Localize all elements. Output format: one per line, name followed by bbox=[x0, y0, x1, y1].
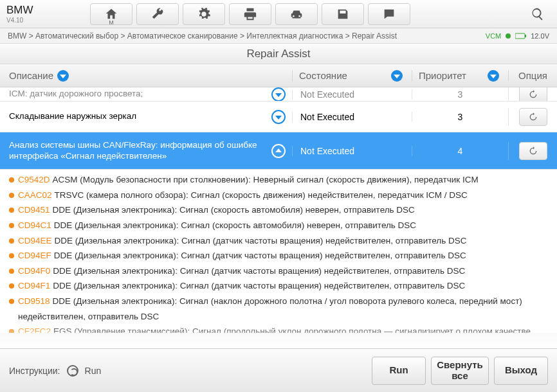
bullet-icon bbox=[9, 193, 14, 198]
save-button[interactable] bbox=[322, 3, 364, 25]
link-icon bbox=[505, 33, 511, 39]
dtc-text: DDE (Дизельная электроника): Сигнал (дат… bbox=[53, 266, 465, 276]
expand-icon[interactable] bbox=[271, 110, 286, 124]
svg-point-0 bbox=[506, 33, 511, 39]
row-priority: 3 bbox=[412, 89, 508, 100]
settings-button[interactable] bbox=[183, 3, 225, 25]
dtc-code: CD94EF bbox=[18, 251, 51, 260]
row-desc: ICM: датчик дорожного просвета; bbox=[9, 89, 271, 100]
detail-line: CAAC02TRSVC (камера полного обзора): Сиг… bbox=[9, 188, 548, 203]
detail-line: CD94EFDDE (Дизельная электроника): Сигна… bbox=[9, 248, 548, 263]
row-desc: Складывание наружных зеркал bbox=[9, 111, 271, 122]
bullet-icon bbox=[9, 177, 14, 183]
wrench-button[interactable] bbox=[136, 3, 179, 25]
detail-line: CD9451DDE (Дизельная электроника): Сигна… bbox=[9, 202, 548, 218]
table-row-selected[interactable]: Анализ системы шины CAN/FlexRay: информа… bbox=[0, 132, 557, 170]
header-option: Опция bbox=[518, 70, 547, 81]
top-toolbar: BMW V4.10 M bbox=[0, 0, 557, 28]
brand-block: BMW V4.10 bbox=[6, 4, 90, 24]
detail-line: CD94C1DDE (Дизельная электроника): Сигна… bbox=[9, 218, 548, 233]
bullet-icon bbox=[9, 223, 14, 228]
bullet-icon bbox=[9, 269, 14, 274]
chat-button[interactable] bbox=[368, 3, 410, 25]
bullet-icon bbox=[9, 283, 14, 289]
legend: Инструкции: Run bbox=[9, 365, 101, 377]
brand-version: V4.10 bbox=[6, 17, 90, 24]
header-state[interactable]: Состояние bbox=[299, 70, 347, 81]
svg-rect-2 bbox=[525, 35, 526, 37]
status-right: VCM 12.0V bbox=[486, 32, 549, 40]
dtc-code: CF2FC2 bbox=[18, 326, 51, 333]
dtc-code: CD94C1 bbox=[18, 220, 51, 230]
row-run-button[interactable] bbox=[519, 108, 547, 126]
detail-line: CD94F1DDE (Дизельная электроника): Сигна… bbox=[9, 278, 548, 294]
row-state: Not Executed bbox=[292, 112, 412, 122]
legend-run: Run bbox=[85, 366, 102, 376]
dtc-text: DDE (Дизельная электроника): Сигнал (дат… bbox=[55, 236, 467, 245]
sort-desc-icon[interactable] bbox=[57, 70, 69, 82]
dtc-text: DDE (Дизельная электроника): Сигнал (ско… bbox=[54, 220, 416, 230]
row-run-button[interactable] bbox=[519, 87, 547, 102]
header-desc[interactable]: Описание bbox=[9, 70, 53, 81]
detail-line: CD9518DDE (Дизельная электроника): Сигна… bbox=[9, 294, 548, 324]
dtc-code: CD9518 bbox=[18, 296, 50, 306]
dtc-text: DDE (Дизельная электроника): Сигнал (дат… bbox=[54, 251, 466, 260]
bottom-bar: Инструкции: Run Run Свернуть все Выход bbox=[0, 348, 557, 392]
row-state: Not Executed bbox=[292, 89, 412, 100]
bullet-icon bbox=[9, 238, 14, 244]
row-run-button[interactable] bbox=[519, 142, 547, 160]
dtc-code: CD94EE bbox=[18, 236, 52, 245]
print-button[interactable] bbox=[229, 3, 271, 25]
detail-line: CF2FC2EGS (Управление трансмиссией): Сиг… bbox=[9, 324, 548, 333]
home-button[interactable]: M bbox=[90, 3, 132, 25]
row-state: Not Executed bbox=[292, 146, 412, 156]
car-button[interactable] bbox=[275, 3, 318, 25]
breadcrumb-bar: BMW > Автоматический выбор > Автоматичес… bbox=[0, 28, 557, 44]
detail-line: C9542DACSM (Модуль безопасности при стол… bbox=[9, 172, 548, 188]
page-title: Repair Assist bbox=[0, 44, 557, 64]
detail-line: CD94EEDDE (Дизельная электроника): Сигна… bbox=[9, 233, 548, 249]
collapse-all-button[interactable]: Свернуть все bbox=[431, 357, 489, 385]
detail-line: CD94F0DDE (Дизельная электроника): Сигна… bbox=[9, 263, 548, 279]
dtc-text: ACSM (Модуль безопасности при столкновен… bbox=[53, 175, 479, 184]
dtc-text: DDE (Дизельная электроника): Сигнал (ско… bbox=[53, 205, 415, 215]
brand-title: BMW bbox=[6, 4, 90, 17]
dtc-text: EGS (Управление трансмиссией): Сигнал (п… bbox=[18, 326, 531, 333]
dtc-code: CAAC02 bbox=[18, 190, 52, 200]
run-button[interactable]: Run bbox=[372, 357, 426, 385]
header-priority[interactable]: Приоритет bbox=[419, 70, 466, 81]
dtc-text: DDE (Дизельная электроника): Сигнал (нак… bbox=[18, 296, 522, 321]
exit-button[interactable]: Выход bbox=[494, 357, 548, 385]
legend-label: Инструкции: bbox=[9, 366, 60, 376]
battery-icon bbox=[515, 33, 527, 39]
table-row[interactable]: Складывание наружных зеркал Not Executed… bbox=[0, 102, 557, 132]
dtc-code: CD94F0 bbox=[18, 266, 50, 276]
row-priority: 3 bbox=[412, 112, 508, 122]
bullet-icon bbox=[9, 208, 14, 213]
collapse-icon[interactable] bbox=[271, 144, 286, 158]
svg-rect-1 bbox=[515, 33, 525, 39]
sort-state-icon[interactable] bbox=[391, 70, 403, 82]
dtc-text: TRSVC (камера полного обзора): Сигнал (с… bbox=[55, 190, 468, 200]
voltage-label: 12.0V bbox=[531, 32, 549, 40]
bullet-icon bbox=[9, 299, 14, 304]
detail-panel: C9542DACSM (Модуль безопасности при стол… bbox=[0, 170, 557, 333]
search-button[interactable] bbox=[525, 7, 551, 21]
table-row[interactable]: ICM: датчик дорожного просвета; Not Exec… bbox=[0, 87, 557, 102]
expand-icon[interactable] bbox=[271, 87, 286, 102]
refresh-icon bbox=[67, 365, 78, 377]
row-priority: 4 bbox=[412, 146, 508, 156]
bullet-icon bbox=[9, 253, 14, 258]
dtc-code: C9542D bbox=[18, 175, 50, 184]
dtc-code: CD94F1 bbox=[18, 281, 50, 290]
bullet-icon bbox=[9, 329, 14, 333]
row-desc: Анализ системы шины CAN/FlexRay: информа… bbox=[9, 140, 271, 162]
breadcrumb: BMW > Автоматический выбор > Автоматичес… bbox=[8, 31, 397, 40]
dtc-code: CD9451 bbox=[18, 205, 50, 215]
table-header: Описание Состояние Приоритет Опция bbox=[0, 64, 557, 87]
vcm-label: VCM bbox=[486, 32, 501, 40]
sort-priority-icon[interactable] bbox=[488, 70, 499, 82]
table-body: ICM: датчик дорожного просвета; Not Exec… bbox=[0, 87, 557, 170]
dtc-text: DDE (Дизельная электроника): Сигнал (дат… bbox=[53, 281, 465, 290]
